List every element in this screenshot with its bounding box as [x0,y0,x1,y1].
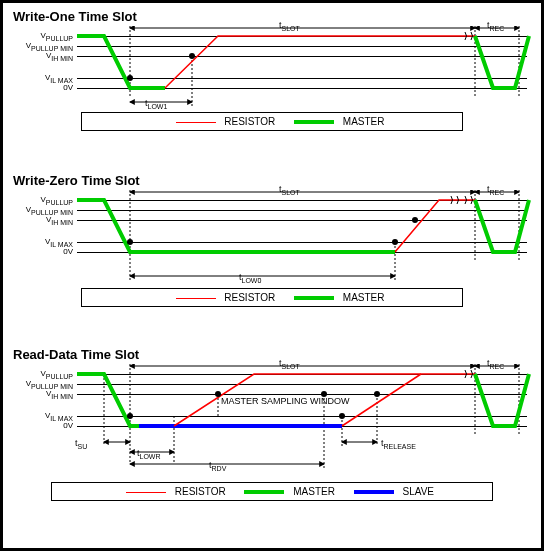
panel-read-data: Read-Data Time Slot VPULLUP VPULLUP MIN … [9,343,535,501]
waveform-svg [9,190,535,290]
panel-write-one: Write-One Time Slot VPULLUP VPULLUP MIN … [9,5,535,131]
legend-swatch-resistor [126,492,166,493]
legend-swatch-resistor [176,122,216,123]
legend-label: RESISTOR [175,486,226,497]
legend-label: RESISTOR [224,292,275,303]
legend-swatch-master [244,490,284,494]
label-trec: tREC [487,184,504,196]
waveform-svg [9,26,535,121]
label-tsu: tSU [75,438,87,450]
legend-label: MASTER [343,292,385,303]
svg-point-18 [412,217,418,223]
panel-title: Write-Zero Time Slot [13,173,535,188]
label-sampling: MASTER SAMPLING WINDOW [221,396,350,406]
svg-point-17 [392,239,398,245]
plot-write-zero: VPULLUP VPULLUP MIN VIH MIN VIL MAX 0V [9,190,535,282]
legend-swatch-resistor [176,298,216,299]
svg-point-35 [127,413,133,419]
panel-title: Read-Data Time Slot [13,347,535,362]
legend-label: MASTER [293,486,335,497]
label-tlow1: tLOW1 [145,98,167,110]
plot-write-one: VPULLUP VPULLUP MIN VIH MIN VIL MAX 0V [9,26,535,106]
page: Write-One Time Slot VPULLUP VPULLUP MIN … [0,0,544,551]
waveform-svg [9,364,535,482]
label-tslot: tSLOT [279,20,300,32]
legend: RESISTOR MASTER SLAVE [51,482,493,501]
legend-swatch-master [294,296,334,300]
svg-point-39 [374,391,380,397]
label-trec: tREC [487,358,504,370]
svg-point-8 [189,53,195,59]
label-trec: tREC [487,20,504,32]
svg-point-7 [127,75,133,81]
label-tslot: tSLOT [279,358,300,370]
legend-swatch-slave [354,490,394,494]
label-tlow0: tLOW0 [239,272,261,284]
label-trdv: tRDV [209,460,226,472]
panel-write-zero: Write-Zero Time Slot VPULLUP VPULLUP MIN… [9,169,535,307]
label-trelease: tRELEASE [381,438,416,450]
label-tslot: tSLOT [279,184,300,196]
svg-point-16 [127,239,133,245]
plot-read-data: VPULLUP VPULLUP MIN VIH MIN VIL MAX 0V [9,364,535,476]
panel-title: Write-One Time Slot [13,9,535,24]
label-tlowr: tLOWR [137,448,161,460]
legend-label: SLAVE [403,486,435,497]
legend: RESISTOR MASTER [81,288,463,307]
svg-point-38 [339,413,345,419]
